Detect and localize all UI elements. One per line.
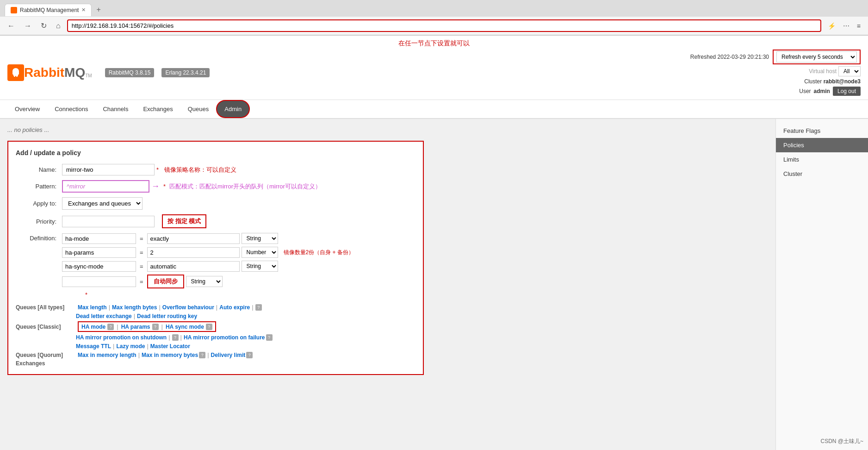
nav-item-channels[interactable]: Channels [95, 101, 136, 117]
q-ha-failure[interactable]: HA mirror promotion on failure [184, 334, 265, 341]
logo: RabbitMQTM [7, 64, 92, 81]
back-button[interactable]: ← [5, 21, 18, 31]
definition-row-2: = StringNumberBooleanList 镜像数量2份（自身 + 备份… [62, 247, 354, 258]
ha-sync-help-icon[interactable]: ? [206, 324, 212, 330]
nav-item-admin[interactable]: Admin [216, 100, 250, 118]
sidebar-item-cluster[interactable]: Cluster [776, 167, 868, 181]
ha-shutdown-help-icon[interactable]: ? [172, 334, 179, 341]
ha-failure-help-icon[interactable]: ? [266, 334, 273, 341]
logo-mq-text: MQ [64, 65, 85, 80]
queue-links-classic-ttl: Message TTL | Lazy mode | Master Locator [76, 343, 190, 350]
address-bar[interactable] [67, 19, 821, 32]
extensions-button[interactable]: ≡ [854, 21, 863, 31]
q-delivery-limit[interactable]: Delivery limit [211, 352, 246, 358]
logout-button[interactable]: Log out [833, 87, 861, 96]
def-val-3[interactable] [147, 261, 240, 272]
refresh-select[interactable]: No refresh Refresh every 5 seconds Refre… [776, 51, 857, 62]
auto-sync-text: 自动同步 [154, 277, 178, 286]
q-ha-sync-mode[interactable]: HA sync mode [166, 324, 204, 330]
q-overflow[interactable]: Overflow behaviour [162, 304, 214, 311]
auto-sync-annotation: 自动同步 [147, 275, 184, 288]
queue-row-classic-other: HA mirror promotion on shutdown | ? | HA… [16, 334, 415, 341]
queue-row-exchanges: Exchanges [16, 360, 415, 367]
user-label: User [799, 88, 811, 94]
def-eq-4: = [138, 278, 145, 285]
def-type-3[interactable]: StringNumberBooleanList [242, 261, 278, 272]
nav-item-queues[interactable]: Queues [180, 101, 217, 117]
home-button[interactable]: ⌂ [53, 21, 63, 31]
pattern-row: Pattern: → * 匹配模式：匹配以mirror开头的队列（mirror可… [16, 180, 415, 193]
sidebar-item-limits[interactable]: Limits [776, 152, 868, 167]
nav-item-exchanges[interactable]: Exchanges [136, 101, 180, 117]
max-memory-bytes-help-icon[interactable]: ? [199, 352, 205, 358]
priority-row: Priority: 按 指定 模式 [16, 214, 415, 228]
q-ha-mode[interactable]: HA mode [81, 324, 105, 330]
apply-to-select[interactable]: Exchanges and queues Exchanges Queues [62, 197, 143, 210]
sidebar-item-policies[interactable]: Policies [776, 138, 868, 152]
q-ha-params[interactable]: HA params [121, 324, 150, 330]
ha-params-help-icon[interactable]: ? [152, 324, 159, 330]
def-key-1[interactable] [62, 233, 136, 244]
tab-label: RabbitMQ Management [20, 7, 79, 13]
def-type-2[interactable]: StringNumberBooleanList [242, 247, 278, 258]
q-max-memory-bytes[interactable]: Max in memory bytes [142, 352, 198, 358]
rabbitmq-version: RabbitMQ 3.8.15 [105, 68, 155, 77]
q-max-length-bytes[interactable]: Max length bytes [112, 304, 157, 311]
queue-type-all: Queues [All types] [16, 304, 76, 311]
q-ha-shutdown[interactable]: HA mirror promotion on shutdown [76, 334, 167, 341]
q-auto-expire[interactable]: Auto expire [219, 304, 250, 311]
app-header: 在任一节点下设置就可以 RabbitMQTM RabbitMQ 3.8.15 E… [0, 36, 868, 100]
no-policies-text: ... no policies ... [7, 126, 768, 133]
auto-expire-help-icon[interactable]: ? [255, 304, 262, 311]
new-tab-button[interactable]: + [92, 3, 105, 17]
cluster-value: rabbit@node3 [824, 78, 861, 85]
logo-area: RabbitMQTM RabbitMQ 3.8.15 Erlang 22.3.4… [7, 64, 210, 81]
virtual-host-area: Virtual host All / [809, 66, 861, 76]
name-input[interactable] [62, 164, 155, 175]
def-type-1[interactable]: StringNumberBooleanList [242, 233, 278, 244]
virtual-host-select[interactable]: All / [838, 66, 861, 76]
sidebar: Feature Flags Policies Limits Cluster [775, 119, 868, 450]
q-lazy-mode[interactable]: Lazy mode [116, 343, 145, 350]
q-master-locator[interactable]: Master Locator [150, 343, 190, 350]
q-max-memory-length[interactable]: Max in memory length [78, 352, 136, 358]
pattern-input[interactable] [62, 180, 149, 193]
forward-button[interactable]: → [21, 21, 34, 31]
priority-annotation-box: 按 指定 模式 [162, 214, 206, 228]
bookmark-button[interactable]: ⚡ [825, 21, 838, 31]
def-key-4[interactable] [62, 276, 136, 287]
def-key-2[interactable] [62, 247, 136, 258]
queue-row-all: Queues [All types] Max length | Max leng… [16, 304, 415, 311]
q-dead-letter-routing[interactable]: Dead letter routing key [137, 313, 197, 319]
nav-bar: Overview Connections Channels Exchanges … [0, 100, 868, 119]
priority-input[interactable] [62, 216, 155, 227]
def-key-3[interactable] [62, 261, 136, 272]
def-type-4[interactable]: StringNumberBooleanList [186, 276, 223, 287]
def-eq-1: = [138, 235, 145, 242]
def-val-2[interactable] [147, 247, 240, 258]
queue-row-classic-ttl: Message TTL | Lazy mode | Master Locator [16, 343, 415, 350]
def-val-1[interactable] [147, 233, 240, 244]
nav-item-connections[interactable]: Connections [47, 101, 95, 117]
q-dead-letter-exchange[interactable]: Dead letter exchange [76, 313, 132, 319]
header-top: RabbitMQTM RabbitMQ 3.8.15 Erlang 22.3.4… [7, 50, 861, 96]
name-row: Name: * 镜像策略名称：可以自定义 [16, 164, 415, 175]
menu-button[interactable]: ⋯ [840, 21, 852, 31]
ha-mode-help-icon[interactable]: ? [107, 324, 114, 330]
sidebar-item-feature-flags[interactable]: Feature Flags [776, 124, 868, 138]
browser-tab[interactable]: RabbitMQ Management ✕ [5, 4, 92, 16]
nav-item-overview[interactable]: Overview [7, 101, 47, 117]
cluster-label: Cluster [804, 78, 822, 85]
definition-row-3: = StringNumberBooleanList [62, 261, 354, 272]
user-value: admin [814, 88, 830, 94]
tab-close-button[interactable]: ✕ [81, 7, 86, 13]
def-eq-3: = [138, 263, 145, 270]
q-message-ttl[interactable]: Message TTL [76, 343, 111, 350]
refresh-button[interactable]: ↻ [38, 20, 50, 31]
browser-tab-bar: RabbitMQ Management ✕ + [0, 0, 868, 17]
definition-row-4: = 自动同步 StringNumberBooleanList [62, 275, 354, 288]
delivery-limit-help-icon[interactable]: ? [246, 352, 253, 358]
browser-actions: ⚡ ⋯ ≡ [825, 21, 863, 31]
q-max-length[interactable]: Max length [78, 304, 107, 311]
apply-to-label: Apply to: [16, 200, 62, 207]
